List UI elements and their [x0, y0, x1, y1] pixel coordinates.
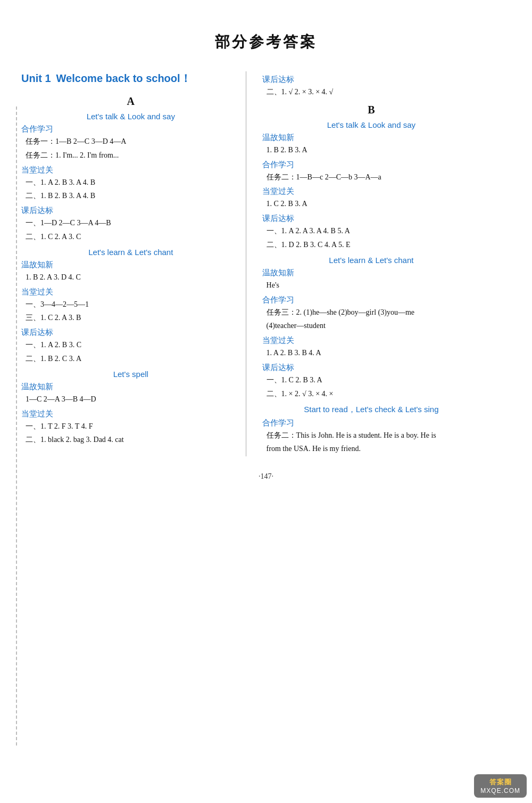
category-wgzx-b2: 温故知新 [262, 268, 481, 278]
category-dtgk-1: 当堂过关 [21, 165, 240, 175]
category-khdb-r0: 课后达标 [262, 75, 481, 85]
answer-line: 任务二：This is John. He is a student. He is… [267, 429, 481, 442]
answer-line: 任务二：1. I'm... 2. I'm from... [26, 149, 240, 162]
watermark-top-text: 答案圈 [489, 777, 512, 787]
answer-line: 一、1. T 2. F 3. T 4. F [26, 420, 240, 433]
answer-line: 任务二：1—B—c 2—C—b 3—A—a [267, 171, 481, 184]
answer-line: 一、1. A 2. B 3. A 4. B [26, 176, 240, 189]
category-hezuo-b1: 合作学习 [262, 160, 481, 170]
page: 部分参考答案 Unit 1 Welcome back to school！ A … [0, 0, 532, 803]
watermark: 答案圈 MXQE.COM [474, 774, 527, 798]
subsection-b3-title: Start to read，Let's check & Let's sing [262, 405, 481, 415]
unit-label: Unit 1 [21, 72, 51, 85]
answer-line: 二、1. black 2. bag 3. Dad 4. cat [26, 433, 240, 446]
category-dtgk-3: 当堂过关 [21, 409, 240, 419]
answer-line: 任务一：1—B 2—C 3—D 4—A [26, 135, 240, 148]
answer-line: 1. C 2. B 3. A [267, 198, 481, 210]
category-hezuo-1: 合作学习 [21, 124, 240, 134]
unit-title: Welcome back to school！ [56, 71, 191, 86]
answer-line: 1. B 2. B 3. A [267, 144, 481, 157]
category-dtgk-b2: 当堂过关 [262, 335, 481, 346]
category-khdb-1: 课后达标 [21, 206, 240, 216]
answer-line: 二、1. × 2. √ 3. × 4. × [267, 388, 481, 400]
category-hezuo-b2: 合作学习 [262, 295, 481, 305]
category-khdb-b1: 课后达标 [262, 214, 481, 224]
subsection-2-title: Let's learn & Let's chant [21, 248, 240, 257]
answer-line: 任务三：2. (1)he—she (2)boy—girl (3)you—me [267, 306, 481, 319]
right-column: 课后达标 二、1. √ 2. × 3. × 4. √ B Let's talk … [246, 71, 481, 456]
left-border-decoration [16, 106, 17, 745]
section-b-label: B [262, 104, 481, 116]
page-number: ·147· [0, 472, 532, 481]
answer-line: 一、1—D 2—C 3—A 4—B [26, 217, 240, 230]
category-wgzx-b1: 温故知新 [262, 133, 481, 143]
category-khdb-2: 课后达标 [21, 327, 240, 338]
category-dtgk-b1: 当堂过关 [262, 186, 481, 196]
subsection-1-title: Let's talk & Look and say [21, 112, 240, 121]
watermark-bottom-text: MXQE.COM [480, 787, 520, 794]
content-area: Unit 1 Welcome back to school！ A Let's t… [0, 71, 532, 456]
left-column: Unit 1 Welcome back to school！ A Let's t… [11, 71, 246, 456]
answer-line: (4)teacher—student [267, 319, 481, 332]
subsection-b1-title: Let's talk & Look and say [262, 120, 481, 129]
answer-line: 1. A 2. B 3. B 4. A [267, 347, 481, 359]
section-a-label: A [21, 95, 240, 108]
main-title: 部分参考答案 [0, 32, 532, 52]
answer-line: 二、1. B 2. C 3. A [26, 353, 240, 365]
answer-line: 二、1. √ 2. × 3. × 4. √ [267, 86, 481, 99]
answer-line: 二、1. D 2. B 3. C 4. A 5. E [267, 239, 481, 251]
answer-line: 二、1. C 2. A 3. C [26, 231, 240, 243]
subsection-b2-title: Let's learn & Let's chant [262, 256, 481, 265]
answer-line: 一、1. A 2. A 3. A 4. B 5. A [267, 225, 481, 237]
answer-line: 二、1. B 2. B 3. A 4. B [26, 190, 240, 202]
category-khdb-b2: 课后达标 [262, 363, 481, 373]
answer-line: 1. B 2. A 3. D 4. C [26, 271, 240, 284]
category-dtgk-2: 当堂过关 [21, 287, 240, 297]
answer-line: He's [267, 279, 481, 292]
answer-line: 1—C 2—A 3—B 4—D [26, 393, 240, 406]
answer-line: 三、1. C 2. A 3. B [26, 312, 240, 324]
category-wgzx-1: 温故知新 [21, 260, 240, 270]
answer-line: from the USA. He is my friend. [267, 443, 481, 455]
answer-line: 一、3—4—2—5—1 [26, 298, 240, 311]
unit-header: Unit 1 Welcome back to school！ [21, 71, 240, 86]
subsection-3-title: Let's spell [21, 370, 240, 379]
category-hezuo-b3: 合作学习 [262, 418, 481, 428]
category-wgzx-2: 温故知新 [21, 382, 240, 392]
answer-line: 一、1. A 2. B 3. C [26, 339, 240, 351]
answer-line: 一、1. C 2. B 3. A [267, 374, 481, 387]
